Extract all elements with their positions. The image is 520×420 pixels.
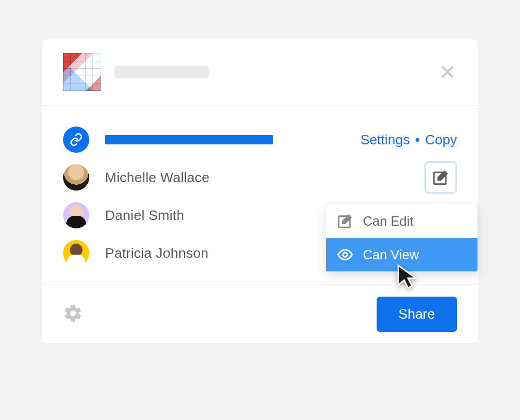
link-actions: Settings • Copy <box>360 132 457 148</box>
file-thumbnail <box>63 53 101 91</box>
dialog-footer: Share <box>42 285 478 343</box>
cursor-icon <box>395 264 419 291</box>
dropdown-item-label: Can View <box>363 247 419 262</box>
permission-button[interactable] <box>424 161 457 194</box>
person-name: Daniel Smith <box>105 207 184 224</box>
person-name: Patricia Johnson <box>105 245 209 261</box>
separator-dot: • <box>415 132 420 148</box>
permission-dropdown: Can Edit Can View <box>326 204 478 272</box>
dialog-header <box>42 39 478 106</box>
person-row: Michelle Wallace <box>63 159 457 196</box>
avatar <box>63 240 89 266</box>
share-button[interactable]: Share <box>377 297 457 332</box>
dropdown-item-label: Can Edit <box>363 214 413 229</box>
share-link-placeholder <box>105 135 273 144</box>
dropdown-item-edit[interactable]: Can Edit <box>326 204 477 238</box>
edit-icon <box>337 213 353 229</box>
link-icon <box>63 127 89 153</box>
avatar <box>63 164 89 191</box>
gear-icon <box>63 303 83 323</box>
avatar <box>63 202 89 228</box>
dialog-body: Settings • Copy Michelle Wallace Daniel … <box>42 106 478 285</box>
link-settings-button[interactable]: Settings <box>360 132 410 148</box>
share-dialog: Settings • Copy Michelle Wallace Daniel … <box>41 39 479 344</box>
edit-icon <box>432 169 450 186</box>
link-copy-button[interactable]: Copy <box>425 132 457 148</box>
person-name: Michelle Wallace <box>105 170 210 186</box>
svg-point-5 <box>343 253 347 257</box>
close-button[interactable] <box>438 62 457 81</box>
settings-gear-button[interactable] <box>63 303 83 326</box>
eye-icon <box>337 246 353 263</box>
file-title-placeholder <box>115 66 209 78</box>
share-link-row: Settings • Copy <box>63 121 457 159</box>
